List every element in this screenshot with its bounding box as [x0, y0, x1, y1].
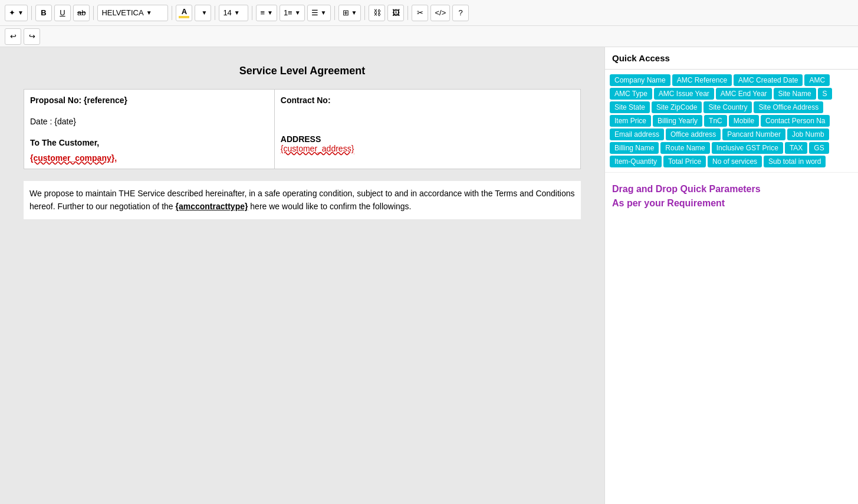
underline-icon: U	[60, 8, 65, 17]
font-family-chevron-icon: ▼	[146, 9, 152, 16]
tag-item[interactable]: AMC End Year	[716, 88, 772, 100]
body-text-2: here we would like to confirm the follow…	[248, 202, 411, 211]
unordered-list-button[interactable]: ≡ ▼	[256, 5, 277, 21]
proposal-label: Proposal No:	[30, 95, 81, 105]
tag-item[interactable]: AMC Reference	[672, 74, 732, 86]
link-button[interactable]: ⛓	[369, 5, 385, 21]
tag-item[interactable]: Site ZipCode	[652, 101, 702, 113]
address-label: ADDRESS	[281, 134, 574, 144]
drag-drop-line1: Drag and Drop Quick Parameters	[612, 182, 851, 196]
table-button[interactable]: ⊞ ▼	[338, 5, 361, 21]
tag-item[interactable]: AMC Type	[610, 88, 652, 100]
strikethrough-icon: ab	[77, 8, 86, 17]
magic-icon: ✦	[9, 8, 15, 17]
tag-item[interactable]: S	[818, 88, 832, 100]
tag-item[interactable]: Site State	[610, 101, 650, 113]
tag-item[interactable]: Item-Quantity	[610, 156, 662, 167]
quick-access-header: Quick Access	[605, 47, 858, 70]
tag-item[interactable]: Inclusive GST Price	[712, 142, 783, 154]
tag-item[interactable]: Billing Name	[610, 142, 659, 154]
tag-item[interactable]: No of services	[708, 156, 762, 167]
font-color-chevron-button[interactable]: ▼	[195, 5, 211, 21]
doc-title: Service Level Agreement	[24, 65, 581, 77]
font-color-bar	[179, 16, 189, 18]
separator-4	[215, 6, 215, 20]
tag-item[interactable]: Billing Yearly	[653, 115, 702, 127]
undo-toolbar: ↩ ↪	[0, 26, 858, 47]
separator-7	[364, 6, 365, 20]
customer-company-text: {customer_company},	[30, 153, 117, 163]
to-customer-text: To The Customer,	[30, 138, 268, 147]
font-family-select[interactable]: HELVETICA ▼	[97, 5, 168, 21]
help-icon: ?	[459, 8, 463, 17]
tag-item[interactable]: TnC	[704, 115, 727, 127]
editor-area[interactable]: Service Level Agreement Proposal No: {re…	[0, 47, 604, 504]
right-cell[interactable]: Contract No: ADDRESS {customer_address}	[274, 90, 580, 169]
contract-label: Contract No:	[281, 95, 574, 105]
ordered-list-button[interactable]: 1≡ ▼	[280, 5, 305, 21]
undo-button[interactable]: ↩	[5, 28, 21, 45]
font-color-button[interactable]: A	[176, 5, 192, 21]
strikethrough-button[interactable]: ab	[73, 5, 90, 21]
customer-company-var: {customer_company},	[30, 153, 268, 163]
tag-item[interactable]: Company Name	[610, 74, 670, 86]
tag-item[interactable]: Site Name	[774, 88, 816, 100]
separator-8	[407, 6, 408, 20]
tag-item[interactable]: Total Price	[663, 156, 706, 167]
bold-button[interactable]: B	[35, 5, 52, 21]
tag-item[interactable]: AMC Created Date	[734, 74, 803, 86]
tag-item[interactable]: Site Office Address	[754, 101, 823, 113]
date-var: {date}	[54, 117, 76, 126]
tag-item[interactable]: Site Country	[704, 101, 752, 113]
font-family-label: HELVETICA	[101, 8, 143, 17]
tag-item[interactable]: Item Price	[610, 115, 651, 127]
proposal-no-row: Proposal No: {reference}	[30, 95, 268, 105]
editor-content: Service Level Agreement Proposal No: {re…	[0, 47, 604, 504]
drag-drop-text: Drag and Drop Quick Parameters As per yo…	[605, 173, 858, 220]
scissors-button[interactable]: ✂	[412, 5, 428, 21]
tag-item[interactable]: Contact Person Na	[761, 115, 830, 127]
image-button[interactable]: 🖼	[387, 5, 404, 21]
redo-icon: ↪	[29, 32, 35, 41]
date-separator: :	[50, 117, 52, 126]
date-label: Date	[30, 117, 48, 126]
tags-scroll-area[interactable]: Company NameAMC ReferenceAMC Created Dat…	[605, 70, 858, 173]
separator-3	[172, 6, 172, 20]
main-toolbar: ✦ ▼ B U ab HELVETICA ▼ A ▼ 14 ▼ ≡ ▼ 1≡	[0, 0, 858, 26]
align-button[interactable]: ☰ ▼	[307, 5, 331, 21]
tag-item[interactable]: Email address	[610, 129, 664, 140]
font-color-icon: A	[182, 8, 187, 15]
right-panel: Quick Access Company NameAMC ReferenceAM…	[604, 47, 858, 504]
align-icon: ☰	[311, 8, 318, 17]
code-icon: </>	[435, 8, 446, 17]
tag-item[interactable]: Route Name	[660, 142, 709, 154]
help-button[interactable]: ?	[452, 5, 469, 21]
tag-item[interactable]: TAX	[785, 142, 807, 154]
underline-button[interactable]: U	[54, 5, 71, 21]
ol-chevron-icon: ▼	[295, 9, 301, 16]
table-row-main: Proposal No: {reference} Date : {date} T…	[24, 90, 581, 169]
font-size-label: 14	[223, 8, 231, 17]
tag-item[interactable]: Job Numb	[787, 129, 829, 140]
separator-1	[31, 6, 32, 20]
tag-item[interactable]: GS	[809, 142, 829, 154]
tag-item[interactable]: Pancard Number	[722, 129, 785, 140]
code-button[interactable]: </>	[430, 5, 450, 21]
left-cell[interactable]: Proposal No: {reference} Date : {date} T…	[24, 90, 275, 169]
date-row: Date : {date}	[30, 117, 268, 126]
tag-item[interactable]: Sub total in word	[764, 156, 826, 167]
drag-drop-line2: As per your Requirement	[612, 196, 851, 210]
tag-item[interactable]: AMC	[804, 74, 830, 86]
doc-table: Proposal No: {reference} Date : {date} T…	[24, 89, 581, 169]
tag-item[interactable]: Office address	[666, 129, 721, 140]
tag-item[interactable]: AMC Issue Year	[654, 88, 714, 100]
bold-icon: B	[41, 8, 46, 17]
magic-button[interactable]: ✦ ▼	[5, 5, 28, 21]
redo-button[interactable]: ↪	[24, 28, 40, 45]
body-text-block[interactable]: We propose to maintain THE Service descr…	[24, 181, 581, 219]
address-var: {customer_address}	[281, 144, 354, 153]
ul-chevron-icon: ▼	[267, 9, 273, 16]
tag-item[interactable]: Mobile	[729, 115, 759, 127]
font-size-chevron-icon: ▼	[234, 9, 240, 16]
font-size-select[interactable]: 14 ▼	[219, 5, 248, 21]
